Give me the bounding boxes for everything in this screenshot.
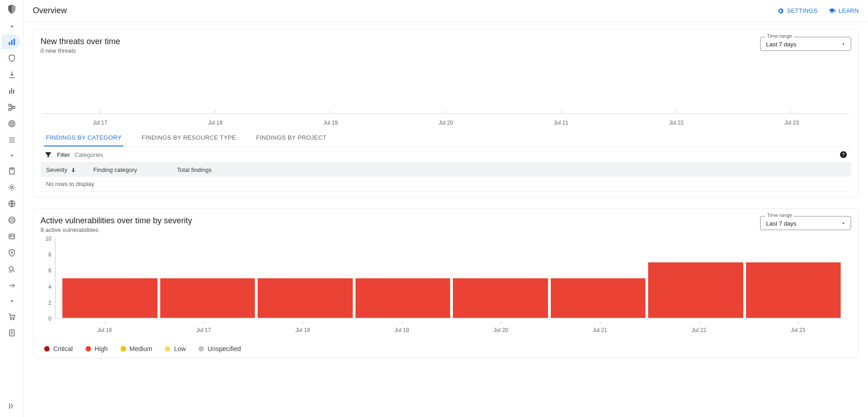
threats-subtitle: 0 new threats [41, 47, 120, 54]
legend-item: High [86, 345, 108, 352]
chart-bar [256, 239, 354, 318]
legend-label: Unspecified [208, 345, 241, 352]
main-column: Overview SETTINGS LEARN New threats over… [24, 0, 868, 417]
settings-button[interactable]: SETTINGS [777, 7, 817, 15]
threats-card: New threats over time 0 new threats Time… [33, 29, 859, 197]
svg-point-18 [11, 252, 12, 253]
chart-y-tick: 2 [48, 300, 51, 306]
col-total[interactable]: Total findings [177, 166, 212, 173]
nav-download[interactable] [2, 67, 20, 82]
legend-item: Medium [121, 345, 152, 352]
chart-x-tick: Jul 19 [352, 327, 452, 333]
svg-point-11 [11, 123, 12, 124]
svg-rect-8 [13, 106, 15, 109]
chart-bar [61, 239, 159, 318]
col-severity[interactable]: Severity [46, 166, 82, 173]
tab-findings-category[interactable]: FINDINGS BY CATEGORY [44, 129, 123, 146]
threats-title: New threats over time [41, 37, 120, 46]
nav-web[interactable] [2, 196, 20, 211]
nav-reports[interactable] [2, 326, 20, 340]
nav-network[interactable] [2, 213, 20, 227]
findings-filter-row: Filter ? [41, 147, 851, 163]
chart-x-tick: Jul 23 [734, 112, 849, 126]
rail-divider-dot [11, 25, 13, 27]
findings-table-header: Severity Finding category Total findings [41, 163, 851, 177]
nav-access[interactable] [2, 278, 20, 293]
svg-point-17 [10, 236, 11, 237]
threats-time-range-select[interactable]: Time range Last 7 days [760, 37, 851, 51]
legend-swatch [44, 346, 50, 352]
nav-analytics[interactable] [2, 84, 20, 98]
chart-bar [745, 239, 843, 318]
sort-descending-icon [70, 167, 76, 173]
time-range-value: Last 7 days [766, 41, 797, 48]
svg-rect-1 [11, 40, 12, 45]
filter-input[interactable] [75, 151, 166, 158]
vulnerabilities-card: Active vulnerabilities over time by seve… [33, 208, 859, 358]
topbar: Overview SETTINGS LEARN [24, 0, 868, 22]
legend-label: Low [174, 345, 186, 352]
chart-x-tick: Jul 22 [650, 327, 749, 333]
learn-button[interactable]: LEARN [828, 7, 859, 15]
svg-text:?: ? [842, 152, 845, 157]
left-rail [0, 0, 24, 417]
nav-list[interactable] [2, 133, 20, 147]
nav-search-policy[interactable] [2, 262, 20, 276]
chart-x-tick: Jul 21 [550, 327, 650, 333]
legend-label: Medium [130, 345, 152, 352]
vuln-time-range-select[interactable]: Time range Last 7 days [760, 216, 851, 230]
svg-rect-6 [9, 104, 11, 106]
nav-threats[interactable] [2, 51, 20, 65]
col-category[interactable]: Finding category [93, 166, 166, 173]
svg-point-19 [9, 266, 13, 271]
chart-bar [549, 239, 647, 318]
chart-y-tick: 0 [48, 316, 51, 322]
product-shield-icon [6, 4, 17, 15]
legend-swatch [198, 346, 204, 352]
tab-findings-project[interactable]: FINDINGS BY PROJECT [254, 129, 329, 146]
nav-settings-gear[interactable] [2, 180, 20, 195]
chart-x-tick: Jul 16 [55, 327, 154, 333]
chart-y-tick: 10 [46, 236, 51, 242]
tab-findings-resource-type[interactable]: FINDINGS BY RESOURCE TYPE [140, 129, 238, 146]
chart-x-tick: Jul 23 [748, 327, 848, 333]
legend-swatch [86, 346, 91, 352]
svg-point-13 [10, 186, 13, 189]
no-rows-message: No rows to display [41, 177, 851, 191]
legend-swatch [165, 346, 170, 352]
svg-rect-5 [13, 90, 14, 94]
chart-y-tick: 4 [48, 284, 51, 290]
svg-point-15 [9, 217, 15, 223]
nav-overview[interactable] [2, 35, 20, 49]
threats-chart: Jul 17Jul 18Jul 19Jul 20Jul 21Jul 22Jul … [42, 63, 849, 127]
time-range-label: Time range [765, 33, 794, 39]
rail-expand-toggle[interactable] [2, 399, 20, 413]
nav-marketplace[interactable] [2, 309, 20, 324]
nav-radar[interactable] [2, 116, 20, 131]
svg-rect-4 [11, 88, 12, 94]
legend-label: Critical [53, 345, 73, 352]
nav-policy[interactable] [2, 246, 20, 260]
help-icon[interactable]: ? [839, 151, 848, 159]
legend-item: Unspecified [198, 345, 241, 352]
chart-y-tick: 6 [48, 267, 51, 274]
rail-divider-dot [11, 300, 13, 302]
nav-compliance[interactable] [2, 164, 20, 178]
chart-x-tick: Jul 17 [154, 327, 254, 333]
svg-rect-2 [13, 39, 15, 45]
findings-tabs: FINDINGS BY CATEGORY FINDINGS BY RESOURC… [41, 129, 851, 147]
svg-point-21 [13, 319, 14, 320]
rail-divider-dot [11, 155, 13, 156]
chart-bar [159, 239, 257, 318]
time-range-label: Time range [765, 212, 794, 218]
page-title: Overview [33, 6, 67, 15]
legend-item: Critical [44, 345, 73, 352]
chart-x-tick: Jul 18 [157, 112, 273, 126]
chart-x-tick: Jul 20 [452, 327, 551, 333]
chart-bar [647, 239, 745, 318]
chart-x-tick: Jul 17 [42, 112, 157, 126]
time-range-value: Last 7 days [766, 220, 797, 227]
chart-y-tick: 8 [48, 251, 51, 258]
nav-hierarchy[interactable] [2, 100, 20, 115]
nav-identity[interactable] [2, 229, 20, 244]
